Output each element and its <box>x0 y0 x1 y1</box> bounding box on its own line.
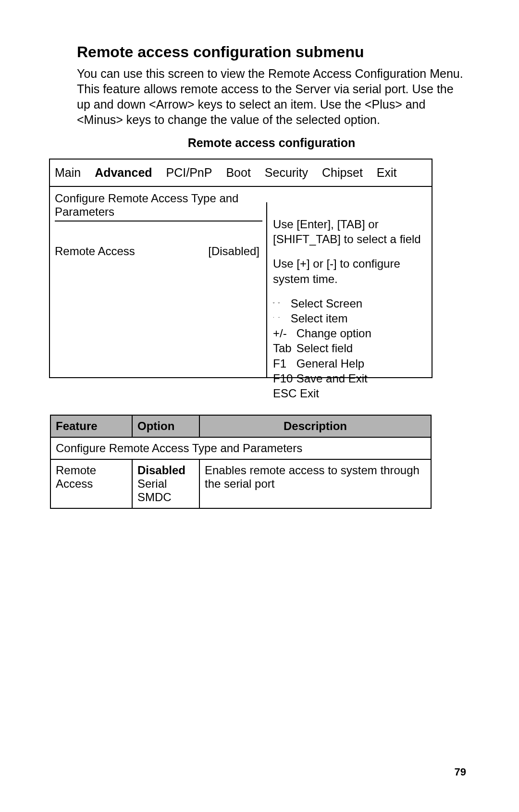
cell-option: Disabled Serial SMDC <box>132 459 199 508</box>
bios-legend: ˘ ˘ Select Screen ˙ ¨ Select item +/- Ch… <box>273 296 426 401</box>
table-row-span: Configure Remote Access Type and Paramet… <box>50 437 431 459</box>
help-text-1: Use [Enter], [TAB] or [SHIFT_TAB] to sel… <box>273 217 426 246</box>
setting-value: [Disabled] <box>208 245 260 258</box>
bios-body: Configure Remote Access Type and Paramet… <box>50 187 432 377</box>
tab-pcipnp[interactable]: PCI/PnP <box>166 166 212 180</box>
tab-chipset[interactable]: Chipset <box>322 166 363 180</box>
table-row: Remote Access Disabled Serial SMDC Enabl… <box>50 459 431 508</box>
legend-f1: F1 General Help <box>273 356 426 371</box>
subheading-wrap: Remote access configuration <box>77 136 466 150</box>
arrow-lr-icon: ˘ ˘ <box>273 301 287 308</box>
option-serial: Serial <box>137 477 167 490</box>
tab-advanced[interactable]: Advanced <box>95 166 152 180</box>
legend-select-screen-text: Select Screen <box>291 297 362 310</box>
arrow-ud-icon: ˙ ¨ <box>273 316 287 322</box>
bios-left-title: Configure Remote Access Type and Paramet… <box>55 192 262 221</box>
table-header-row: Feature Option Description <box>50 415 431 437</box>
legend-esc: ESC Exit <box>273 386 426 401</box>
bios-screen: Main Advanced PCI/PnP Boot Security Chip… <box>49 159 432 378</box>
legend-f10-text: Save and Exit <box>297 372 368 385</box>
bios-setting-row[interactable]: Remote Access [Disabled] <box>55 245 262 258</box>
legend-f1-key: F1 <box>273 356 293 371</box>
legend-f10: F10 Save and Exit <box>273 371 426 386</box>
legend-change: +/- Change option <box>273 326 426 341</box>
tab-boot[interactable]: Boot <box>226 166 250 180</box>
feature-table: Feature Option Description Configure Rem… <box>50 415 432 509</box>
bios-tab-bar: Main Advanced PCI/PnP Boot Security Chip… <box>50 160 432 187</box>
legend-change-key: +/- <box>273 326 293 341</box>
legend-f1-text: General Help <box>297 357 364 370</box>
th-option: Option <box>132 415 199 437</box>
cell-feature: Remote Access <box>50 459 132 508</box>
legend-tab-key: Tab <box>273 341 293 356</box>
document-page: Remote access configuration submenu You … <box>0 0 519 812</box>
legend-tab: Tab Select field <box>273 341 426 356</box>
tab-exit[interactable]: Exit <box>377 166 397 180</box>
tab-security[interactable]: Security <box>265 166 308 180</box>
help-text-2: Use [+] or [-] to configure system time. <box>273 256 426 286</box>
subheading: Remote access configuration <box>188 136 356 149</box>
option-disabled: Disabled <box>137 464 185 477</box>
th-description: Description <box>199 415 431 437</box>
tab-main[interactable]: Main <box>55 166 81 180</box>
legend-tab-text: Select field <box>297 342 353 355</box>
setting-label: Remote Access <box>55 245 135 258</box>
cell-description: Enables remote access to system through … <box>199 459 431 508</box>
span-cell: Configure Remote Access Type and Paramet… <box>50 437 431 459</box>
page-number: 79 <box>455 766 466 778</box>
intro-paragraph: You can use this screen to view the Remo… <box>77 66 466 127</box>
legend-select-item: ˙ ¨ Select item <box>273 311 426 326</box>
legend-select-item-text: Select item <box>291 312 348 325</box>
legend-select-screen: ˘ ˘ Select Screen <box>273 296 426 311</box>
section-title: Remote access configuration submenu <box>77 43 466 61</box>
th-feature: Feature <box>50 415 132 437</box>
bios-help-pane: Use [Enter], [TAB] or [SHIFT_TAB] to sel… <box>266 202 432 377</box>
option-smdc: SMDC <box>137 491 172 504</box>
bios-left-pane: Configure Remote Access Type and Paramet… <box>50 187 266 377</box>
legend-change-text: Change option <box>297 327 371 340</box>
legend-f10-key: F10 <box>273 371 293 386</box>
